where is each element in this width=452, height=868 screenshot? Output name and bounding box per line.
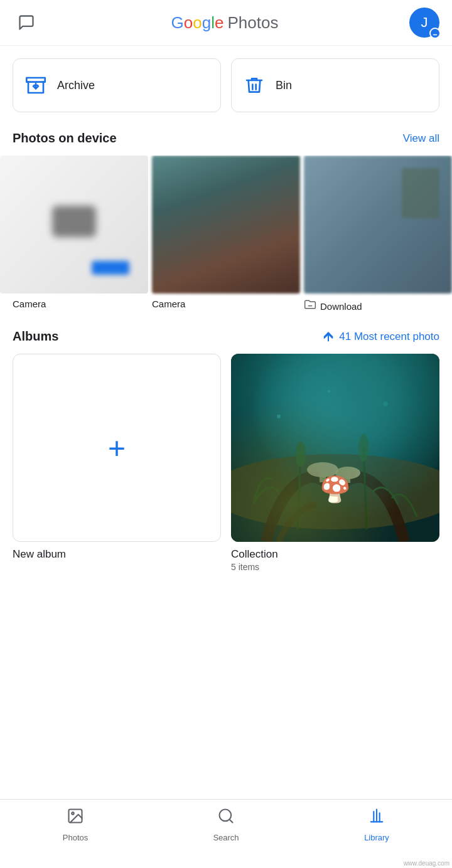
app-header: Google Photos J xyxy=(0,0,452,46)
nav-photos[interactable]: Photos xyxy=(0,807,151,842)
camera1-label: Camera xyxy=(13,299,46,309)
app-logo: Google Photos xyxy=(171,13,279,33)
svg-point-14 xyxy=(358,434,369,462)
camera1-thumbnail xyxy=(0,156,148,294)
download-label: Download xyxy=(320,301,362,312)
camera2-thumbnail xyxy=(152,156,300,294)
bin-icon xyxy=(242,73,267,98)
collection-sub: 5 items xyxy=(231,562,439,572)
svg-rect-5 xyxy=(231,354,439,542)
collection-thumbnail xyxy=(231,354,439,542)
photos-nav-label: Photos xyxy=(63,833,88,842)
albums-header: Albums 41 Most recent photo xyxy=(13,329,439,344)
photos-nav-icon xyxy=(67,807,84,829)
svg-point-16 xyxy=(383,401,388,406)
new-album-thumbnail: + xyxy=(13,354,221,542)
add-album-icon: + xyxy=(108,431,126,465)
svg-rect-10 xyxy=(345,473,350,483)
device-photo-camera2[interactable]: Camera xyxy=(152,156,300,314)
quick-access-row: Archive Bin xyxy=(0,46,452,119)
svg-point-12 xyxy=(296,442,306,467)
device-photo-download[interactable]: Download xyxy=(304,156,452,314)
new-album-item[interactable]: + New album xyxy=(13,354,221,572)
sort-label: 41 Most recent photo xyxy=(339,331,439,343)
svg-point-19 xyxy=(72,812,74,815)
svg-line-21 xyxy=(229,819,232,822)
chat-icon-button[interactable] xyxy=(13,9,40,36)
collection-label: Collection xyxy=(231,548,439,561)
nav-search[interactable]: Search xyxy=(151,807,301,842)
svg-line-13 xyxy=(363,448,367,529)
archive-button[interactable]: Archive xyxy=(13,58,221,112)
bin-button[interactable]: Bin xyxy=(231,58,439,112)
device-photos-section: Photos on device View all Camera Camera xyxy=(0,119,452,314)
bottom-navigation: Photos Search Library xyxy=(0,799,452,868)
svg-rect-0 xyxy=(26,78,45,82)
watermark: www.deuag.com xyxy=(404,860,449,867)
albums-title: Albums xyxy=(13,329,58,344)
svg-point-15 xyxy=(277,415,281,418)
albums-grid: + New album xyxy=(13,354,439,572)
collection-album-item[interactable]: Collection 5 items xyxy=(231,354,439,572)
svg-rect-8 xyxy=(320,470,326,482)
view-all-link[interactable]: View all xyxy=(403,132,439,145)
device-photos-title: Photos on device xyxy=(13,131,117,146)
avatar-upload-badge xyxy=(429,28,441,39)
new-album-label: New album xyxy=(13,548,221,561)
archive-label: Archive xyxy=(57,79,95,92)
svg-point-7 xyxy=(307,462,338,477)
bin-label: Bin xyxy=(276,79,292,92)
search-nav-icon xyxy=(217,807,235,829)
search-nav-label: Search xyxy=(213,833,239,842)
svg-point-6 xyxy=(231,454,439,529)
google-wordmark: Google xyxy=(171,13,224,33)
albums-sort-button[interactable]: 41 Most recent photo xyxy=(321,330,439,344)
photos-wordmark: Photos xyxy=(227,13,278,33)
device-photo-camera1[interactable]: Camera xyxy=(0,156,148,314)
camera2-label: Camera xyxy=(152,299,185,309)
device-photos-header: Photos on device View all xyxy=(13,131,439,146)
library-nav-label: Library xyxy=(364,833,389,842)
library-nav-icon xyxy=(368,807,385,829)
sort-icon xyxy=(321,330,335,344)
nav-library[interactable]: Library xyxy=(301,807,452,842)
svg-point-17 xyxy=(328,390,330,393)
avatar[interactable]: J xyxy=(409,8,439,38)
svg-line-11 xyxy=(298,454,301,529)
archive-icon xyxy=(23,73,48,98)
svg-point-9 xyxy=(335,467,360,479)
albums-section: Albums 41 Most recent photo + New album xyxy=(0,314,452,572)
download-thumbnail xyxy=(304,156,452,294)
svg-rect-4 xyxy=(231,354,439,542)
folder-icon xyxy=(304,299,316,314)
